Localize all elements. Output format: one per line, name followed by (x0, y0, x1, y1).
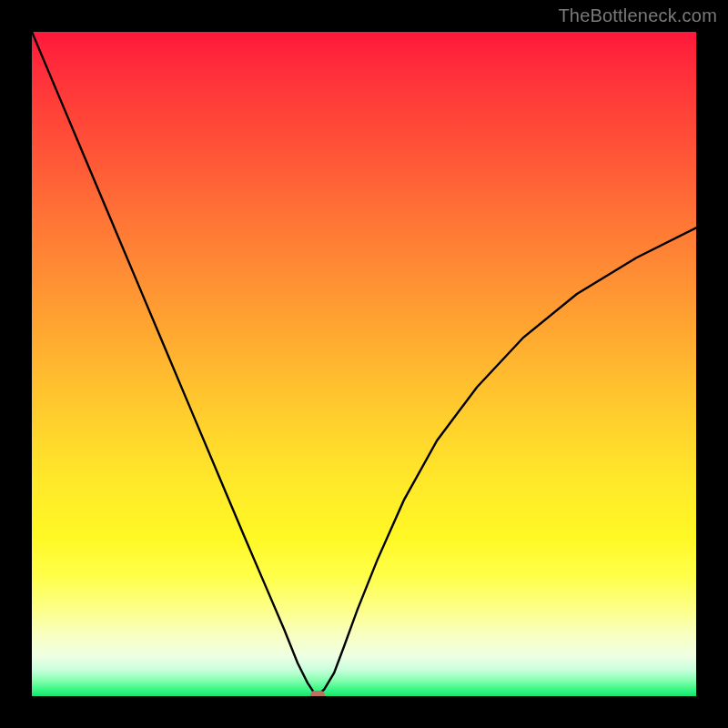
curve-layer (32, 32, 696, 696)
min-marker (310, 691, 325, 696)
chart-frame: TheBottleneck.com (0, 0, 728, 728)
watermark-text: TheBottleneck.com (558, 5, 717, 26)
bottleneck-curve (32, 32, 696, 695)
plot-area (32, 32, 696, 696)
